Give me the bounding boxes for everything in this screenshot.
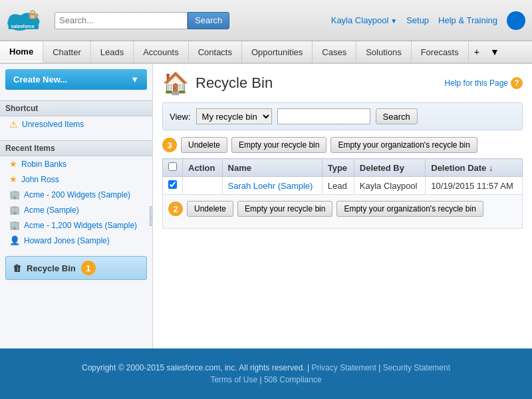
logo-area: salesforce 16 [7, 6, 41, 35]
row-deletion-date-cell: 10/19/2015 11:57 AM [426, 177, 523, 195]
recycle-bin-page-icon: 🏠 [162, 70, 189, 96]
nav-more[interactable]: + [469, 41, 485, 63]
salesforce-logo: salesforce 16 [7, 6, 41, 35]
help-page-link[interactable]: Help for this Page ? [445, 77, 523, 89]
help-page-label: Help for this Page [445, 78, 508, 88]
person-icon: 👤 [9, 235, 20, 245]
nav-home[interactable]: Home [0, 41, 43, 63]
star-icon: ★ [9, 159, 17, 169]
footer: Copyright © 2000-2015 salesforce.com, in… [0, 348, 532, 399]
record-icon: 🏢 [9, 190, 20, 200]
record-icon: 🏢 [9, 220, 20, 230]
table-row: Sarah Loehr (Sample) Lead Kayla Claypool… [163, 177, 523, 195]
view-label: View: [170, 112, 191, 122]
recycle-bin-icon: 🗑 [13, 263, 21, 273]
row-checkbox-cell [163, 177, 183, 195]
recycle-bin-badge: 1 [81, 261, 96, 275]
badge-3: 3 [162, 138, 177, 152]
empty-recycle-bottom-button[interactable]: Empty your recycle bin [237, 201, 332, 217]
nav-solutions[interactable]: Solutions [356, 41, 411, 63]
sidebar-collapse-button[interactable]: ◀ [150, 206, 153, 226]
nav-forecasts[interactable]: Forecasts [412, 41, 469, 63]
col-action-header: Action [183, 159, 223, 177]
unresolved-items[interactable]: ⚠ Unresolved Items [7, 116, 146, 132]
copyright-text: Copyright © 2000-2015 salesforce.com, in… [82, 363, 450, 372]
warning-icon: ⚠ [9, 119, 18, 130]
nav-dropdown[interactable]: ▼ [485, 41, 505, 63]
create-new-chevron-icon: ▼ [130, 74, 139, 84]
record-name-link[interactable]: Sarah Loehr (Sample) [228, 181, 313, 191]
recent-item-label: Howard Jones (Sample) [24, 236, 110, 245]
search-input[interactable] [55, 12, 188, 29]
view-select[interactable]: My recycle bin [196, 108, 272, 124]
row-type-cell: Lead [322, 177, 354, 195]
row-deleted-by-cell: Kayla Claypool [354, 177, 425, 195]
nav-chatter[interactable]: Chatter [43, 41, 91, 63]
list-item[interactable]: 👤 Howard Jones (Sample) [7, 233, 146, 248]
empty-recycle-top-button[interactable]: Empty your recycle bin [231, 137, 327, 153]
header-right: Kayla Claypool Setup Help & Training [331, 11, 525, 30]
recycle-bin-sidebar-item[interactable]: 🗑 Recycle Bin 1 [5, 256, 147, 280]
record-icon: 🏢 [9, 205, 20, 215]
create-new-button[interactable]: Create New... ▼ [5, 69, 147, 90]
nav-accounts[interactable]: Accounts [134, 41, 188, 63]
svg-text:salesforce: salesforce [11, 24, 35, 29]
list-item[interactable]: 🏢 Acme - 1,200 Widgets (Sample) [7, 217, 146, 233]
privacy-link[interactable]: Privacy Statement [311, 363, 376, 372]
undelete-top-button[interactable]: Undelete [181, 137, 227, 153]
recent-item-label: Robin Banks [21, 160, 66, 169]
list-item[interactable]: 🏢 Acme - 200 Widgets (Sample) [7, 187, 146, 202]
content-area: 🏠 Recycle Bin Help for this Page ? View:… [153, 64, 532, 348]
list-item[interactable]: ★ John Ross [7, 172, 146, 187]
recent-section: Recent Items ★ Robin Banks ★ John Ross 🏢… [0, 135, 152, 251]
search-button[interactable]: Search [188, 12, 229, 29]
col-type-header: Type [322, 159, 354, 177]
bottom-action-row: 2 Undelete Empty your recycle bin Empty … [168, 198, 517, 219]
setup-link[interactable]: Setup [406, 15, 429, 25]
footer-links-row: Terms of Use | 508 Compliance [210, 375, 321, 384]
recent-item-label: Acme - 200 Widgets (Sample) [24, 190, 130, 200]
view-search-input[interactable] [277, 108, 370, 124]
row-checkbox[interactable] [168, 180, 177, 189]
recent-item-label: Acme - 1,200 Widgets (Sample) [24, 221, 137, 230]
compliance-link[interactable]: 508 Compliance [264, 375, 322, 384]
page-header: 🏠 Recycle Bin Help for this Page ? [162, 70, 523, 96]
bottom-action-cell: 2 Undelete Empty your recycle bin Empty … [163, 195, 523, 229]
col-name-header: Name [222, 159, 322, 177]
list-item[interactable]: ★ Robin Banks [7, 156, 146, 172]
recent-item-label: John Ross [21, 175, 59, 184]
sidebar: Create New... ▼ Shortcut ⚠ Unresolved It… [0, 64, 153, 348]
sort-icon: ↓ [489, 163, 493, 173]
undelete-bottom-button[interactable]: Undelete [187, 201, 233, 217]
top-action-row: 3 Undelete Empty your recycle bin Empty … [162, 137, 523, 153]
page-title: Recycle Bin [196, 74, 273, 92]
svg-text:16: 16 [31, 15, 35, 19]
terms-link[interactable]: Terms of Use [210, 375, 257, 384]
recent-title: Recent Items [0, 140, 152, 156]
recycle-bin-label: Recycle Bin [27, 263, 76, 273]
unresolved-label: Unresolved Items [22, 120, 84, 129]
user-avatar[interactable] [507, 11, 525, 30]
col-deletion-date-header: Deletion Date ↓ [426, 159, 523, 177]
view-search-button[interactable]: Search [376, 108, 418, 124]
empty-org-recycle-top-button[interactable]: Empty your organization's recycle bin [331, 137, 477, 153]
shortcut-section: Shortcut ⚠ Unresolved Items [0, 95, 152, 135]
shortcut-title: Shortcut [0, 100, 152, 116]
security-link[interactable]: Security Statement [383, 363, 450, 372]
help-link[interactable]: Help & Training [438, 15, 497, 25]
search-bar: Search [55, 12, 325, 29]
row-name-cell: Sarah Loehr (Sample) [222, 177, 322, 195]
list-item[interactable]: 🏢 Acme (Sample) [7, 202, 146, 217]
page-title-area: 🏠 Recycle Bin [162, 70, 273, 96]
nav-leads[interactable]: Leads [91, 41, 134, 63]
help-circle-icon: ? [511, 77, 523, 89]
empty-org-recycle-bottom-button[interactable]: Empty your organization's recycle bin [336, 201, 483, 217]
user-name[interactable]: Kayla Claypool [331, 15, 397, 25]
nav-cases[interactable]: Cases [313, 41, 356, 63]
nav-contacts[interactable]: Contacts [189, 41, 242, 63]
svg-rect-7 [36, 13, 38, 17]
table-row-actions: 2 Undelete Empty your recycle bin Empty … [163, 195, 523, 229]
select-all-checkbox[interactable] [168, 162, 177, 171]
navbar: Home Chatter Leads Accounts Contacts Opp… [0, 41, 532, 64]
nav-opportunities[interactable]: Opportunities [242, 41, 313, 63]
